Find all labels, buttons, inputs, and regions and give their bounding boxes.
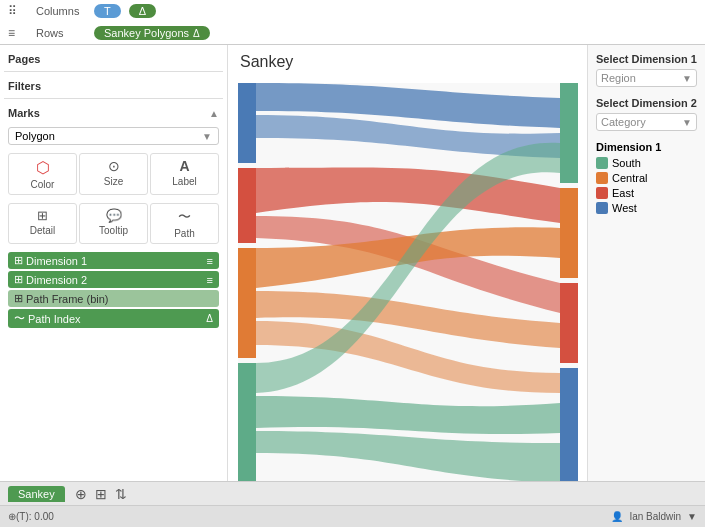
columns-row: ⠿ Columns T Δ (0, 0, 705, 22)
tooltip-label: Tooltip (99, 225, 128, 236)
svg-rect-7 (560, 283, 578, 363)
field-dimension2-end: ≡ (207, 274, 213, 286)
size-icon: ⊙ (108, 158, 120, 174)
detail-button[interactable]: ⊞ Detail (8, 203, 77, 244)
size-button[interactable]: ⊙ Size (79, 153, 148, 195)
marks-title: Marks (8, 107, 40, 119)
dim1-value: Region (601, 72, 636, 84)
left-sidebar: Pages Filters Marks ▲ Polygon ▼ ⬡ Color … (0, 45, 228, 481)
legend-color-west (596, 202, 608, 214)
path-button[interactable]: 〜 Path (150, 203, 219, 244)
field-dimension1[interactable]: ⊞ Dimension 1 ≡ (8, 252, 219, 269)
sankey-chart (238, 83, 578, 481)
dim1-title: Select Dimension 1 (596, 53, 697, 65)
path-label: Path (174, 228, 195, 239)
tooltip-icon: 💬 (106, 208, 122, 223)
user-icon: 👤 (611, 511, 623, 522)
svg-rect-3 (238, 248, 256, 358)
field-dimension1-end: ≡ (207, 255, 213, 267)
pages-title: Pages (4, 49, 223, 67)
size-label: Size (104, 176, 123, 187)
center-content: Sankey (228, 45, 587, 481)
legend-color-south (596, 157, 608, 169)
dim2-dropdown-arrow: ▼ (682, 117, 692, 128)
dim2-dropdown[interactable]: Category ▼ (596, 113, 697, 131)
grid-icon[interactable]: ⊞ (93, 486, 109, 502)
mark-type-label: Polygon (15, 130, 202, 142)
chart-title: Sankey (228, 45, 587, 75)
mark-type-dropdown[interactable]: Polygon ▼ (8, 127, 219, 145)
svg-rect-6 (560, 188, 578, 278)
field-path-frame-label: Path Frame (bin) (26, 293, 213, 305)
status-left-text: ⊕(T): 0.00 (8, 511, 54, 522)
field-dimension2[interactable]: ⊞ Dimension 2 ≡ (8, 271, 219, 288)
dim2-value: Category (601, 116, 646, 128)
dim2-title: Select Dimension 2 (596, 97, 697, 109)
legend-item-south: South (596, 157, 697, 169)
field-list: ⊞ Dimension 1 ≡ ⊞ Dimension 2 ≡ ⊞ Path F… (8, 252, 219, 330)
field-path-frame[interactable]: ⊞ Path Frame (bin) (8, 290, 219, 307)
rows-pill-sankey[interactable]: Sankey Polygons Δ (94, 26, 210, 40)
user-dropdown-arrow[interactable]: ▼ (687, 511, 697, 522)
path-icon: 〜 (178, 208, 191, 226)
field-dimension1-label: Dimension 1 (26, 255, 207, 267)
label-label: Label (172, 176, 196, 187)
field-path-index[interactable]: 〜 Path Index Δ (8, 309, 219, 328)
svg-rect-8 (560, 368, 578, 481)
color-button[interactable]: ⬡ Color (8, 153, 77, 195)
columns-pill-t[interactable]: T (94, 4, 121, 18)
rows-row: ≡ Rows Sankey Polygons Δ (0, 22, 705, 44)
columns-icon: ⠿ (8, 4, 28, 18)
columns-pill-delta[interactable]: Δ (129, 4, 156, 18)
field-path-frame-icon: ⊞ (14, 292, 23, 305)
marks-header: Marks ▲ (4, 103, 223, 123)
status-bar: ⊕(T): 0.00 👤 Ian Baldwin ▼ (0, 505, 705, 527)
label-icon: A (179, 158, 189, 174)
sort-icon[interactable]: ⇅ (113, 486, 129, 502)
field-dimension1-icon: ⊞ (14, 254, 23, 267)
field-path-index-label: Path Index (28, 313, 206, 325)
tooltip-button[interactable]: 💬 Tooltip (79, 203, 148, 244)
legend-label-central: Central (612, 172, 647, 184)
field-path-index-icon: 〜 (14, 311, 25, 326)
legend-color-east (596, 187, 608, 199)
field-path-index-delta: Δ (206, 313, 213, 324)
dim1-dropdown[interactable]: Region ▼ (596, 69, 697, 87)
field-dimension2-label: Dimension 2 (26, 274, 207, 286)
legend-color-central (596, 172, 608, 184)
marks-buttons-row1: ⬡ Color ⊙ Size A Label (8, 153, 219, 195)
chart-area[interactable] (228, 75, 587, 481)
bottom-icons: ⊕ ⊞ ⇅ (73, 486, 129, 502)
svg-rect-1 (238, 83, 256, 163)
rows-icon: ≡ (8, 26, 28, 40)
label-button[interactable]: A Label (150, 153, 219, 195)
dropdown-arrow-icon: ▼ (202, 131, 212, 142)
legend-item-east: East (596, 187, 697, 199)
detail-icon: ⊞ (37, 208, 48, 223)
right-panel: Select Dimension 1 Region ▼ Select Dimen… (587, 45, 705, 481)
color-icon: ⬡ (36, 158, 50, 177)
status-right: 👤 Ian Baldwin ▼ (611, 511, 697, 522)
user-name: Ian Baldwin (629, 511, 681, 522)
legend-title: Dimension 1 (596, 141, 697, 153)
legend-item-central: Central (596, 172, 697, 184)
legend-label-east: East (612, 187, 634, 199)
marks-buttons-row2: ⊞ Detail 💬 Tooltip 〜 Path (8, 203, 219, 244)
sankey-tab[interactable]: Sankey (8, 486, 65, 502)
svg-rect-4 (238, 363, 256, 481)
detail-label: Detail (30, 225, 56, 236)
columns-label: Columns (36, 5, 86, 17)
color-label: Color (31, 179, 55, 190)
legend-item-west: West (596, 202, 697, 214)
legend-label-west: West (612, 202, 637, 214)
toolbar: ⠿ Columns T Δ ≡ Rows Sankey Polygons Δ (0, 0, 705, 45)
dim1-dropdown-arrow: ▼ (682, 73, 692, 84)
marks-collapse-icon[interactable]: ▲ (209, 108, 219, 119)
field-dimension2-icon: ⊞ (14, 273, 23, 286)
rows-label: Rows (36, 27, 86, 39)
bottom-bar: Sankey ⊕ ⊞ ⇅ (0, 481, 705, 505)
legend-label-south: South (612, 157, 641, 169)
filters-title: Filters (4, 76, 223, 94)
pages-divider (4, 71, 223, 72)
add-sheet-icon[interactable]: ⊕ (73, 486, 89, 502)
